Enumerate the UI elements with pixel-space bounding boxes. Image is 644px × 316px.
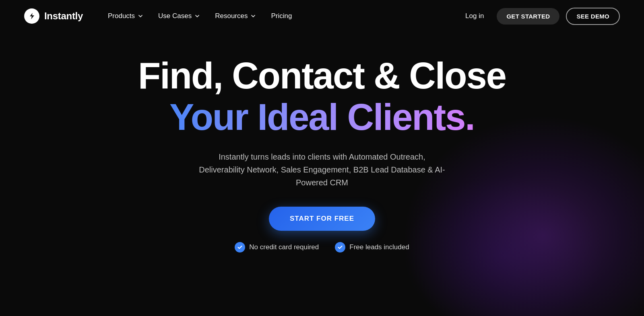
chevron-down-icon bbox=[137, 13, 144, 19]
logo[interactable]: Instantly bbox=[24, 8, 83, 24]
chevron-down-icon bbox=[194, 13, 200, 19]
logo-icon bbox=[24, 8, 39, 24]
checkmark-icon bbox=[337, 244, 343, 250]
hero-title: Find, Contact & Close Your Ideal Clients… bbox=[138, 56, 506, 137]
nav-products[interactable]: Products bbox=[102, 9, 149, 23]
nav-pricing[interactable]: Pricing bbox=[265, 9, 297, 23]
brand-name: Instantly bbox=[44, 10, 83, 22]
hero-section: Find, Contact & Close Your Ideal Clients… bbox=[0, 32, 644, 252]
nav-resources[interactable]: Resources bbox=[209, 9, 262, 23]
trust-free-leads: Free leads included bbox=[335, 242, 409, 252]
start-for-free-button[interactable]: START FOR FREE bbox=[269, 207, 375, 231]
chevron-down-icon bbox=[250, 13, 256, 19]
trust-no-credit-card: No credit card required bbox=[235, 242, 319, 252]
see-demo-button[interactable]: SEE DEMO bbox=[566, 8, 620, 25]
nav-left: Instantly Products Use Cases Resources bbox=[24, 8, 297, 24]
nav-use-cases[interactable]: Use Cases bbox=[153, 9, 206, 23]
login-button[interactable]: Log in bbox=[459, 9, 490, 23]
navbar: Instantly Products Use Cases Resources bbox=[0, 0, 644, 32]
nav-links: Products Use Cases Resources Pricing bbox=[102, 9, 297, 23]
nav-right: Log in GET STARTED SEE DEMO bbox=[459, 8, 620, 25]
check-icon-1 bbox=[235, 242, 245, 252]
trust-badges: No credit card required Free leads inclu… bbox=[235, 242, 409, 252]
checkmark-icon bbox=[237, 244, 243, 250]
hero-title-line2: Your Ideal Clients. bbox=[138, 97, 506, 137]
get-started-button[interactable]: GET STARTED bbox=[497, 8, 559, 25]
check-icon-2 bbox=[335, 242, 345, 252]
hero-title-line1: Find, Contact & Close bbox=[138, 56, 506, 95]
hero-subtitle: Instantly turns leads into clients with … bbox=[197, 150, 447, 189]
